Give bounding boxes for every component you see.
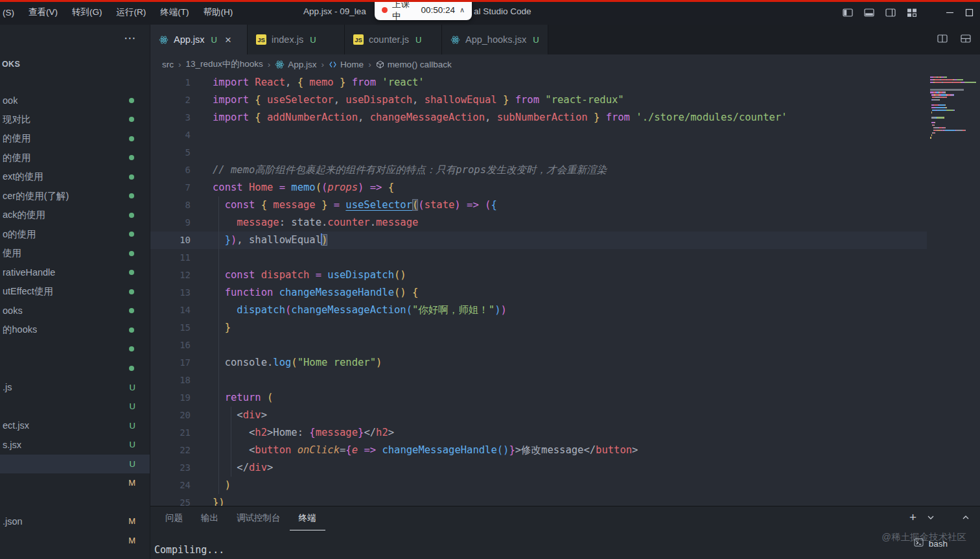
code-line: 7const Home = memo((props) => { [150, 179, 980, 196]
sidebar-item[interactable]: ack的使用 [0, 206, 150, 225]
line-number: 24 [150, 477, 191, 494]
menu-item[interactable]: 查看(V) [21, 0, 65, 25]
sidebar-item-label: o的使用 [3, 228, 36, 241]
panel-tab[interactable]: 输出 [192, 506, 228, 530]
editor-layout-icon[interactable] [961, 34, 971, 46]
code-text: const { message } = useSelector((state) … [191, 196, 497, 214]
code-line: 5 [150, 144, 980, 161]
editor-tab[interactable]: App.jsxU× [150, 25, 248, 54]
sidebar-item[interactable] [0, 359, 150, 378]
sidebar-item[interactable]: 使用 [0, 244, 150, 263]
layout-sidebar-icon[interactable] [843, 8, 853, 18]
maximize-icon[interactable] [965, 8, 974, 17]
sidebar-item[interactable]: 的hooks [0, 320, 150, 340]
code-line: 12 const dispatch = useDispatch() [150, 267, 980, 284]
menu-item[interactable]: 帮助(H) [196, 0, 240, 25]
sidebar-item[interactable] [0, 493, 150, 512]
git-dot-badge [129, 232, 134, 237]
close-icon[interactable]: × [225, 34, 231, 45]
code-text: <div> [191, 407, 267, 424]
react-icon [275, 60, 285, 69]
code-line: 19 return ( [150, 389, 980, 407]
sidebar-item[interactable] [0, 340, 150, 359]
sidebar-item[interactable]: M [0, 531, 150, 551]
recording-time: 00:50:24 [421, 5, 455, 15]
sidebar-item-label: rativeHandle [3, 267, 55, 278]
sidebar-item[interactable]: utEffect使用 [0, 282, 150, 302]
panel-tab[interactable]: 问题 [156, 506, 192, 530]
panel-maximize-icon[interactable] [962, 514, 970, 521]
breadcrumb-item[interactable]: 13_redux中的hooks [186, 58, 263, 70]
new-terminal-button[interactable]: + [909, 511, 916, 523]
sidebar-item[interactable]: U [0, 397, 150, 416]
code-line: 14 dispatch(changeMessageAction("你好啊，师姐！… [150, 302, 980, 319]
terminal-dropdown-icon[interactable] [927, 514, 935, 521]
code-line: 13 function changeMessageHandle() { [150, 284, 980, 302]
sidebar-item[interactable]: ext的使用 [0, 167, 150, 187]
sidebar-item-label: utEffect使用 [3, 285, 53, 298]
panel-tab[interactable]: 终端 [290, 506, 325, 530]
git-status-badge: M [128, 478, 135, 488]
sidebar-item[interactable]: 的使用 [0, 149, 150, 168]
line-number: 20 [150, 407, 191, 424]
breadcrumb-item[interactable]: src [162, 60, 174, 69]
git-status-badge: M [128, 516, 135, 526]
sidebar-item[interactable]: cer的使用(了解) [0, 187, 150, 206]
line-number: 25 [150, 494, 191, 506]
sidebar-item[interactable]: rativeHandle [0, 263, 150, 283]
editor-tab[interactable]: JSindex.jsU [248, 25, 345, 54]
breadcrumb: src›13_redux中的hooks›App.jsx›Home›memo() … [150, 54, 980, 74]
sidebar-item[interactable]: .jsU [0, 378, 150, 398]
sidebar-item-label: ect.jsx [3, 420, 29, 431]
sidebar-item[interactable]: U [0, 455, 150, 474]
code-lines: 1import React, { memo } from 'react'2imp… [150, 74, 980, 506]
minimize-icon[interactable] [946, 8, 954, 17]
menu-item[interactable]: 终端(T) [153, 0, 196, 25]
sidebar-item[interactable]: ect.jsxU [0, 416, 150, 436]
editor-tab[interactable]: JScounter.jsU [345, 25, 442, 54]
terminal-list-item[interactable]: bash [914, 538, 948, 549]
sidebar-item[interactable]: s.jsxU [0, 435, 150, 455]
sidebar-item-label: ooks [3, 305, 23, 316]
menu-item[interactable]: (S) [0, 0, 21, 25]
sidebar-item[interactable]: 现对比 [0, 110, 150, 130]
menu-item[interactable]: 转到(G) [65, 0, 110, 25]
sidebar-item[interactable]: o的使用 [0, 225, 150, 244]
git-dot-badge [129, 117, 134, 122]
layout-panel-icon[interactable] [864, 8, 874, 18]
sidebar-item[interactable]: ook [0, 91, 150, 110]
git-status-badge: U [211, 35, 217, 45]
git-status-badge: U [130, 401, 135, 411]
line-number: 2 [150, 91, 191, 109]
git-dot-badge [129, 193, 134, 198]
breadcrumb-item[interactable]: Home [329, 60, 364, 69]
line-number: 22 [150, 442, 191, 459]
editor-tab[interactable]: App_hooks.jsxU [442, 25, 548, 54]
menu-item[interactable]: 运行(R) [110, 0, 154, 25]
sidebar-item[interactable]: ooks [0, 302, 150, 321]
code-text: // memo高阶组件包裹起来的组件有对应的特点：只有props发生改变时，才会… [191, 161, 607, 179]
more-actions-icon[interactable]: ⋯ [124, 30, 136, 45]
recording-overlay[interactable]: 上课中 00:50:24 ∧ [375, 0, 472, 20]
breadcrumb-label: 13_redux中的hooks [186, 58, 263, 70]
customize-layout-icon[interactable] [907, 8, 917, 18]
split-editor-icon[interactable] [937, 34, 948, 46]
line-number: 19 [150, 389, 191, 407]
sidebar-item[interactable]: .jsonM [0, 512, 150, 531]
layout-secondary-sidebar-icon[interactable] [885, 8, 896, 18]
js-icon: JS [353, 34, 364, 45]
breadcrumb-item[interactable]: App.jsx [275, 60, 316, 69]
breadcrumb-separator: › [368, 60, 371, 69]
minimap[interactable] [927, 74, 980, 506]
code-text: return ( [191, 389, 273, 407]
code-text: const Home = memo((props) => { [191, 179, 394, 196]
sidebar-item[interactable]: M [0, 473, 150, 493]
panel-tab[interactable]: 调试控制台 [228, 506, 290, 530]
breadcrumb-item[interactable]: memo() callback [376, 60, 452, 69]
chevron-up-icon[interactable]: ∧ [460, 6, 465, 14]
editor-tab-bar: App.jsxU×JSindex.jsUJScounter.jsUApp_hoo… [150, 25, 980, 54]
sidebar-section-header[interactable]: OKS [0, 54, 150, 74]
line-number: 23 [150, 459, 191, 477]
code-editor[interactable]: 1import React, { memo } from 'react'2imp… [150, 74, 980, 506]
sidebar-item[interactable]: 的使用 [0, 129, 150, 149]
